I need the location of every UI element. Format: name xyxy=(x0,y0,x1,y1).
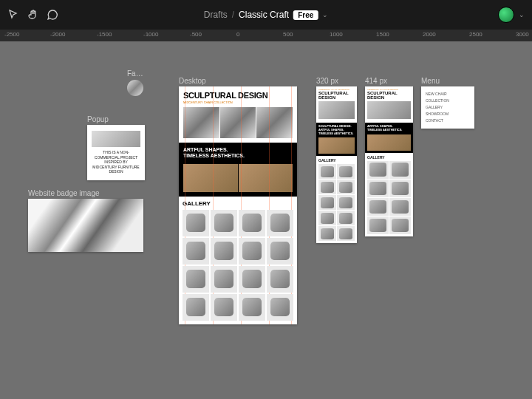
dark-heading: SCULPTURAL DESIGN. ARTFUL SHAPES. TIMELE… xyxy=(318,125,355,135)
ruler-tick: -1000 xyxy=(143,31,158,38)
hero-heading: SCULPTURAL DESIGN xyxy=(183,91,293,100)
gallery-grid xyxy=(183,210,293,321)
favicon-frame[interactable] xyxy=(127,80,143,96)
gallery-heading: GALLERY xyxy=(183,200,293,207)
drafts-link[interactable]: Drafts xyxy=(204,10,228,20)
badge-image-frame[interactable] xyxy=(28,199,143,252)
popup-frame[interactable]: THIS IS A NON-COMMERCIAL PROJECT INSPIRE… xyxy=(87,125,145,180)
ruler-tick: -2500 xyxy=(4,31,19,38)
dark-heading: TIMELESS AESTHETICS. xyxy=(367,129,411,132)
dark-heading: TIMELESS AESTHETICS. xyxy=(183,153,293,159)
breadcrumb[interactable]: Drafts / Classic Craft Free ⌄ xyxy=(204,10,329,20)
avatar[interactable] xyxy=(498,7,514,23)
gallery-heading: GALLERY xyxy=(367,155,411,160)
gallery-heading: GALLERY xyxy=(318,158,355,163)
desktop-frame[interactable]: SCULPTURAL DESIGN MIDCENTURY CHAIR COLLE… xyxy=(179,86,297,324)
frame-label[interactable]: 320 px xyxy=(316,77,338,85)
frame-label[interactable]: 414 px xyxy=(365,77,387,85)
ruler-tick: 3000 xyxy=(516,31,529,38)
user-menu-chevron-icon[interactable]: ⌄ xyxy=(519,11,525,18)
mobile-414-frame[interactable]: MIDCENTURY CHAIR COLLECTION SCULPTURAL D… xyxy=(365,86,413,236)
menu-item: GALLERY xyxy=(426,104,470,111)
chevron-down-icon[interactable]: ⌄ xyxy=(322,11,328,18)
ruler-tick: 1000 xyxy=(330,31,343,38)
frame-label[interactable]: Popup xyxy=(87,115,109,123)
breadcrumb-separator: / xyxy=(232,10,234,20)
menu-item: SHOWROOM xyxy=(426,111,470,117)
menu-frame[interactable]: NEW CHAIR COLLECTION GALLERY SHOWROOM CO… xyxy=(421,86,474,129)
ruler-tick: 1500 xyxy=(376,31,389,38)
mobile-320-frame[interactable]: MIDCENTURY CHAIR COLLECTION SCULPTURAL D… xyxy=(316,86,357,243)
dark-heading: ARTFUL SHAPES. xyxy=(183,147,293,153)
frame-label[interactable]: Menu xyxy=(421,77,440,85)
ruler-tick: 0 xyxy=(236,31,239,38)
horizontal-ruler: -2500 -2000 -1500 -1000 -500 0 500 1000 … xyxy=(0,30,532,41)
popup-text: THIS IS A NON-COMMERCIAL PROJECT INSPIRE… xyxy=(92,150,140,174)
popup-image xyxy=(92,131,140,147)
hand-tool-icon[interactable] xyxy=(27,8,40,21)
menu-item: CONTACT xyxy=(426,117,470,124)
menu-item: NEW CHAIR COLLECTION xyxy=(426,91,470,104)
top-toolbar: Drafts / Classic Craft Free ⌄ ⌄ xyxy=(0,0,532,30)
file-name[interactable]: Classic Craft xyxy=(239,10,289,20)
ruler-tick: 2000 xyxy=(423,31,436,38)
move-tool-icon[interactable] xyxy=(7,8,21,21)
comment-tool-icon[interactable] xyxy=(46,8,59,21)
ruler-tick: -2000 xyxy=(50,31,65,38)
frame-label[interactable]: Website badge image xyxy=(28,189,100,197)
ruler-tick: 500 xyxy=(283,31,293,38)
hero-heading: SCULPTURAL DESIGN xyxy=(367,91,411,100)
frame-label[interactable]: Desktop xyxy=(179,77,206,85)
ruler-tick: 2500 xyxy=(469,31,482,38)
plan-badge[interactable]: Free xyxy=(293,10,318,20)
ruler-tick: -500 xyxy=(190,31,202,38)
hero-subtitle: MIDCENTURY CHAIR COLLECTION xyxy=(183,100,293,104)
ruler-tick: -1500 xyxy=(97,31,112,38)
frame-label[interactable]: Fa… xyxy=(127,69,143,78)
canvas[interactable]: Fa… Popup THIS IS A NON-COMMERCIAL PROJE… xyxy=(0,41,532,399)
hero-heading: SCULPTURAL DESIGN xyxy=(318,91,355,100)
